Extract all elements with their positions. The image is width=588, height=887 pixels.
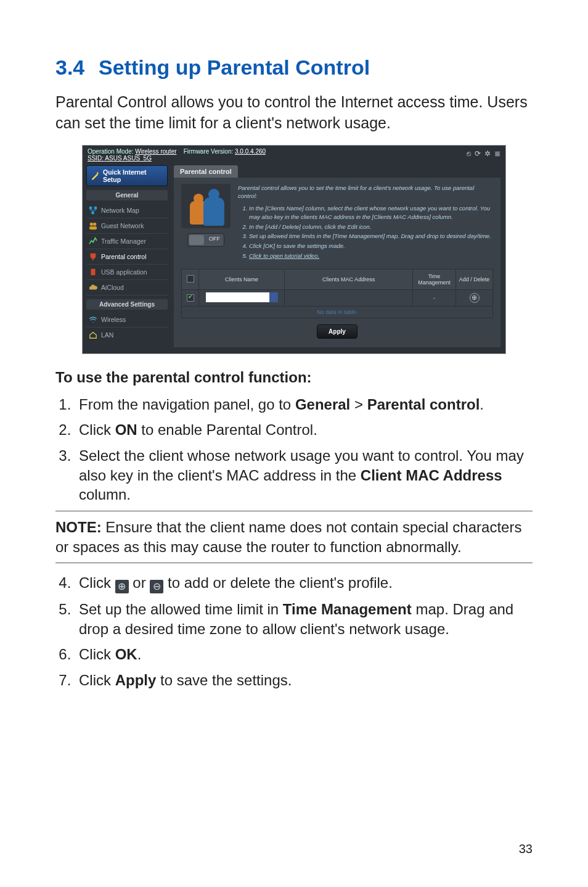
parental-control-icon — [89, 252, 97, 261]
select-all-checkbox[interactable] — [187, 275, 194, 283]
reboot-icon[interactable]: ⟳ — [475, 149, 481, 158]
svg-rect-8 — [91, 268, 96, 275]
fw-label: Firmware Version: — [184, 148, 234, 155]
sidebar-item-parental-control[interactable]: Parental control — [86, 249, 168, 265]
fw-value[interactable]: 3.0.0.4.260 — [235, 148, 266, 155]
svg-point-0 — [97, 172, 99, 174]
step-4: Click ⊕ or ⊖ to add or delete the client… — [75, 573, 533, 593]
svg-point-5 — [93, 222, 96, 225]
nav-label: LAN — [101, 331, 113, 339]
sidebar-item-lan[interactable]: LAN — [86, 328, 168, 342]
qis-label: Quick Internet Setup — [103, 168, 163, 183]
magic-wand-icon — [91, 171, 99, 180]
subheading: To use the parental control function: — [55, 369, 533, 386]
sidebar-item-aicloud[interactable]: AiCloud — [86, 280, 168, 295]
steps-list-part1: From the navigation panel, go to General… — [55, 395, 533, 505]
content-tab[interactable]: Parental control — [174, 165, 238, 178]
wireless-icon — [89, 315, 97, 324]
lan-icon — [89, 331, 97, 339]
svg-rect-3 — [91, 211, 94, 213]
clients-table: Clients Name Clients MAC Address Time Ma… — [181, 269, 493, 318]
intro-step: Set up allowed time limits in the [Time … — [249, 232, 493, 241]
intro-text: Parental control allows you to set the t… — [238, 184, 493, 262]
svg-rect-1 — [89, 206, 92, 208]
step-5: Set up the allowed time limit in Time Ma… — [75, 600, 533, 638]
guest-network-icon — [89, 221, 97, 230]
nav-label: Guest Network — [101, 222, 144, 229]
opmode-value[interactable]: Wireless router — [135, 148, 176, 155]
client-name-select[interactable] — [206, 292, 278, 302]
nav-label: Parental control — [101, 253, 147, 260]
toggle-label: OFF — [209, 236, 220, 242]
router-topbar: Operation Mode: Wireless router Firmware… — [83, 146, 505, 163]
step-1: From the navigation panel, go to General… — [75, 395, 533, 415]
nav-label: Wireless — [101, 316, 126, 323]
sidebar-general-label: General — [86, 190, 168, 200]
steps-list-part2: Click ⊕ or ⊖ to add or delete the client… — [55, 573, 533, 690]
router-sidebar: Quick Internet Setup General Network Map… — [83, 163, 171, 353]
col-time-mgmt: Time Management — [413, 269, 456, 289]
language-icon[interactable]: ✲ — [484, 149, 491, 158]
parental-toggle[interactable]: OFF — [187, 233, 224, 247]
step-6: Click OK. — [75, 645, 533, 664]
sidebar-item-usb-application[interactable]: USB application — [86, 265, 168, 280]
traffic-manager-icon — [89, 237, 97, 245]
col-add-delete: Add / Delete — [456, 269, 493, 289]
step-2: Click ON to enable Parental Control. — [75, 420, 533, 440]
note-label: NOTE: — [55, 519, 102, 535]
sitemap-icon[interactable]: ≣ — [494, 149, 500, 158]
note-box: NOTE: Ensure that the client name does n… — [55, 511, 533, 563]
intro-lead: Parental control allows you to set the t… — [238, 184, 493, 201]
usb-icon — [89, 268, 97, 276]
row-checkbox[interactable] — [187, 294, 194, 302]
svg-point-4 — [90, 222, 93, 225]
network-map-icon — [89, 206, 97, 215]
qis-button[interactable]: Quick Internet Setup — [86, 165, 168, 186]
opmode-label: Operation Mode: — [88, 148, 134, 155]
step-3: Select the client whose network usage yo… — [75, 446, 533, 505]
minus-circle-icon: ⊖ — [150, 580, 163, 593]
plus-circle-icon: ⊕ — [115, 580, 129, 593]
ssid-label: SSID: — [88, 155, 104, 162]
section-title: Setting up Parental Control — [99, 56, 370, 79]
page-number: 33 — [519, 842, 533, 856]
nav-label: Traffic Manager — [101, 237, 146, 245]
router-ui-figure: Operation Mode: Wireless router Firmware… — [82, 145, 506, 354]
ssid-value[interactable]: ASUS ASUS_5G — [105, 155, 152, 162]
section-heading: 3.4Setting up Parental Control — [55, 56, 533, 80]
add-row-button[interactable]: ⊕ — [470, 293, 480, 303]
svg-rect-7 — [92, 258, 94, 260]
lead-paragraph: Parental Control allows you to control t… — [55, 92, 533, 134]
timemgmt-cell: - — [413, 289, 456, 306]
avatar-illustration — [181, 184, 231, 228]
sidebar-item-network-map[interactable]: Network Map — [86, 203, 168, 218]
cloud-icon — [89, 283, 97, 292]
nav-label: USB application — [101, 268, 147, 276]
section-number: 3.4 — [55, 56, 99, 80]
sidebar-advanced-label: Advanced Settings — [86, 299, 168, 310]
nav-label: Network Map — [101, 207, 139, 214]
nav-label: AiCloud — [101, 284, 124, 291]
intro-step: Click [OK] to save the settings made. — [249, 242, 493, 250]
intro-step: In the [Clients Name] column, select the… — [249, 204, 493, 221]
sidebar-item-traffic-manager[interactable]: Traffic Manager — [86, 234, 168, 249]
apply-button[interactable]: Apply — [317, 324, 357, 339]
svg-rect-2 — [94, 206, 97, 208]
sidebar-item-wireless[interactable]: Wireless — [86, 312, 168, 328]
intro-step: In the [Add / Delete] column, click the … — [249, 223, 493, 231]
svg-rect-6 — [89, 226, 97, 229]
col-mac-address: Clients MAC Address — [285, 269, 413, 289]
intro-step[interactable]: Click to open tutorial video. — [249, 252, 493, 260]
nodata-row: No data in table. — [182, 306, 493, 318]
sidebar-item-guest-network[interactable]: Guest Network — [86, 218, 168, 234]
step-7: Click Apply to save the settings. — [75, 670, 533, 690]
col-clients-name: Clients Name — [199, 269, 285, 289]
note-text: Ensure that the client name does not con… — [55, 519, 521, 555]
logout-icon[interactable]: ⎋ — [467, 149, 471, 158]
